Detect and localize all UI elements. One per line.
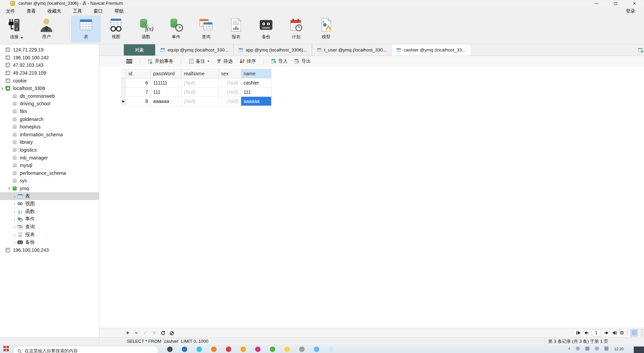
grid-view-button[interactable] [631, 329, 638, 336]
menu-item[interactable]: 帮助 [109, 7, 130, 15]
taskbar-app-icon[interactable] [328, 347, 334, 352]
first-page-button[interactable] [576, 331, 581, 335]
toolbar-button[interactable]: 用户 [32, 15, 61, 43]
menu-item[interactable]: 窗口 [88, 7, 109, 15]
cell-name-selected[interactable]: aaaaaa [241, 97, 272, 106]
tree-item[interactable]: driving_school [0, 100, 99, 108]
tree-item[interactable]: 124.71.229.19 [0, 46, 99, 54]
page-number-input[interactable]: 1 [592, 329, 601, 336]
cell-name[interactable]: 111 [241, 88, 272, 96]
tree-item[interactable]: sys [0, 177, 99, 185]
taskbar-app-icon[interactable] [240, 347, 246, 352]
toolbar-button[interactable]: 视图 [101, 15, 131, 43]
tree-item[interactable]: ∨ localhost_3306 [0, 85, 99, 92]
cell-password[interactable]: aaaaaa [151, 97, 181, 106]
tree-item[interactable]: 49.234.219.109 [0, 69, 99, 77]
previous-page-button[interactable] [584, 331, 589, 335]
cell-sex[interactable]: (Null) [219, 97, 241, 106]
tree-item[interactable]: film [0, 108, 99, 116]
table-tab[interactable]: t_user @ymq (localhost_330... [312, 44, 391, 56]
toolbar-button[interactable]: 连接 [0, 15, 29, 43]
tree-item[interactable]: › 视图 [0, 200, 99, 208]
menu-item[interactable]: 收藏夹 [42, 7, 67, 15]
taskbar-app-icon[interactable] [270, 347, 275, 352]
column-header-sex[interactable]: sex [219, 69, 241, 78]
table-tab[interactable]: cashier @ymq (localhost_33... [391, 44, 470, 56]
tree-item[interactable]: mb_manager [0, 154, 99, 162]
tree-item[interactable]: › 备份 [0, 239, 99, 246]
stop-button[interactable] [167, 330, 176, 336]
cell-id[interactable]: 6 [126, 78, 151, 87]
tree-item[interactable]: 196.100.100.242 [0, 54, 99, 62]
cell-password[interactable]: 111111 [151, 78, 181, 87]
toolbar-button[interactable]: 报表 [221, 15, 251, 43]
tree-item[interactable]: goldenarch [0, 115, 99, 123]
column-header-id[interactable]: id [126, 69, 151, 78]
next-page-button[interactable] [604, 331, 609, 335]
last-page-button[interactable] [612, 331, 617, 335]
tree-item[interactable]: › 报表 [0, 231, 99, 239]
sort-button[interactable]: 排序 [237, 57, 258, 65]
login-button[interactable]: 登录 [626, 8, 644, 14]
page-settings-gear-icon[interactable]: ⚙ [620, 330, 624, 336]
taskbar-clock[interactable]: 12:20 [614, 347, 624, 351]
cell-realname[interactable]: (Null) [181, 78, 219, 87]
begin-transaction-button[interactable]: 开始事务 [146, 57, 175, 65]
taskbar-app-icon[interactable] [196, 347, 202, 352]
taskbar-app-icon[interactable] [255, 347, 261, 352]
tree-item[interactable]: 47.92.103.143 [0, 61, 99, 69]
export-button[interactable]: 导出 [292, 57, 313, 65]
cell-id[interactable]: 7 [126, 88, 151, 96]
tree-item[interactable]: logistics [0, 146, 99, 154]
tree-item[interactable]: db_commonweb [0, 92, 99, 100]
start-button[interactable] [3, 346, 9, 351]
expander-icon[interactable]: › [12, 194, 17, 198]
cell-realname[interactable]: (Null) [181, 88, 219, 96]
cell-realname[interactable]: (Null) [181, 97, 219, 106]
tree-item[interactable]: 196.100.100.243 [0, 246, 99, 254]
column-header-realname[interactable]: realName [181, 69, 219, 78]
add-record-button[interactable]: ＋ [123, 329, 132, 336]
toolbar-button[interactable]: 备份 [251, 15, 281, 43]
taskbar-app-icon[interactable] [167, 347, 173, 352]
column-header-name[interactable]: name [241, 69, 272, 78]
cell-id[interactable]: 8 [126, 97, 151, 106]
tray-icon[interactable] [585, 347, 589, 351]
toolbar-button[interactable]: 函数 [131, 15, 161, 43]
menu-item[interactable]: 工具 [67, 7, 88, 15]
delete-record-button[interactable]: − [132, 330, 141, 336]
toolbar-button[interactable]: 查询 [191, 15, 221, 43]
close-button[interactable]: ✕ [625, 0, 644, 7]
taskbar-app-icon[interactable] [226, 347, 231, 352]
table-tab[interactable]: app @ymq (localhost_3306)... [233, 44, 312, 56]
taskbar-app-icon[interactable] [299, 347, 305, 352]
expander-icon[interactable]: › [12, 202, 17, 206]
toolbar-button[interactable]: 模型 [311, 15, 341, 43]
maximize-button[interactable] [606, 0, 625, 7]
taskbar-search-input[interactable]: 在这里输入你要搜索的内容 [13, 346, 158, 353]
tree-item[interactable]: mysql [0, 162, 99, 169]
tray-icon[interactable] [604, 347, 609, 351]
note-button[interactable]: 备注 [187, 57, 211, 65]
tree-item[interactable]: ∨ ymq [0, 185, 99, 193]
toolbar-button[interactable]: 表 [71, 15, 101, 43]
tree-item[interactable]: › 表 [0, 192, 99, 200]
cell-sex[interactable]: (Null) [219, 78, 241, 87]
taskbar-app-icon[interactable] [211, 347, 217, 352]
menu-item[interactable]: 文件 [0, 7, 21, 15]
tray-icon[interactable] [576, 347, 580, 351]
expander-icon[interactable]: › [12, 225, 17, 229]
tree-item[interactable]: information_schema [0, 131, 99, 139]
tray-icon[interactable] [595, 347, 599, 351]
expander-icon[interactable]: › [12, 233, 17, 237]
tree-item[interactable]: › 事件 [0, 215, 99, 223]
expander-icon[interactable]: › [12, 240, 17, 244]
taskbar-app-icon[interactable] [284, 347, 290, 352]
tree-item[interactable]: › 查询 [0, 223, 99, 231]
cell-name[interactable]: cashier [241, 78, 272, 87]
show-desktop-button[interactable] [634, 347, 644, 353]
tab-objects[interactable]: 对象 [124, 44, 155, 56]
menu-item[interactable]: 查看 [21, 7, 42, 15]
taskbar-app-icon[interactable] [182, 347, 187, 352]
discard-changes-button[interactable]: ✕ [150, 330, 159, 336]
